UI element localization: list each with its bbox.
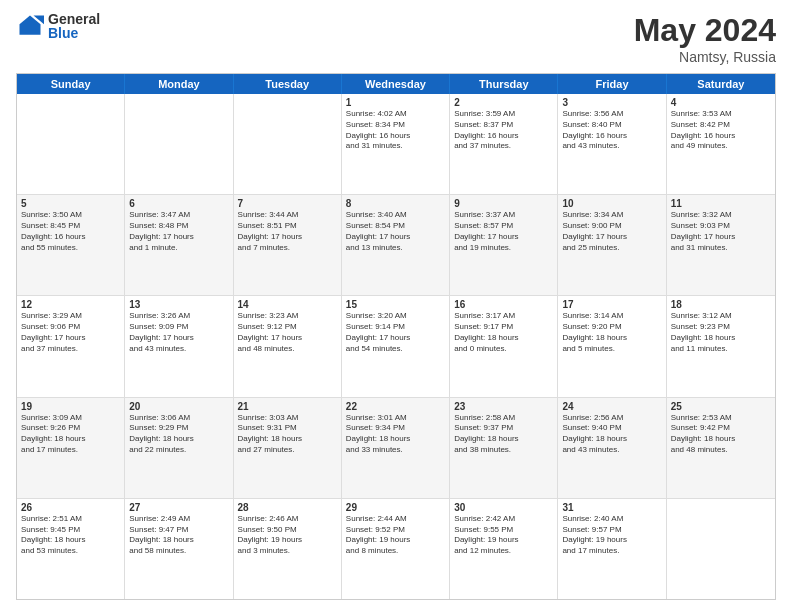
day-info: Sunrise: 3:40 AM Sunset: 8:54 PM Dayligh…: [346, 210, 445, 253]
day-number: 13: [129, 299, 228, 310]
day-info: Sunrise: 3:47 AM Sunset: 8:48 PM Dayligh…: [129, 210, 228, 253]
weekday-header: Monday: [125, 74, 233, 94]
day-number: 21: [238, 401, 337, 412]
day-info: Sunrise: 3:37 AM Sunset: 8:57 PM Dayligh…: [454, 210, 553, 253]
day-number: 18: [671, 299, 771, 310]
calendar-day: 19Sunrise: 3:09 AM Sunset: 9:26 PM Dayli…: [17, 398, 125, 498]
day-info: Sunrise: 3:44 AM Sunset: 8:51 PM Dayligh…: [238, 210, 337, 253]
day-info: Sunrise: 3:29 AM Sunset: 9:06 PM Dayligh…: [21, 311, 120, 354]
weekday-header: Saturday: [667, 74, 775, 94]
day-number: 6: [129, 198, 228, 209]
day-number: 7: [238, 198, 337, 209]
calendar-day: 30Sunrise: 2:42 AM Sunset: 9:55 PM Dayli…: [450, 499, 558, 599]
day-info: Sunrise: 2:51 AM Sunset: 9:45 PM Dayligh…: [21, 514, 120, 557]
calendar-week-row: 26Sunrise: 2:51 AM Sunset: 9:45 PM Dayli…: [17, 499, 775, 599]
day-info: Sunrise: 3:12 AM Sunset: 9:23 PM Dayligh…: [671, 311, 771, 354]
empty-day: [667, 499, 775, 599]
calendar-day: 29Sunrise: 2:44 AM Sunset: 9:52 PM Dayli…: [342, 499, 450, 599]
calendar-day: 15Sunrise: 3:20 AM Sunset: 9:14 PM Dayli…: [342, 296, 450, 396]
title-block: May 2024 Namtsy, Russia: [634, 12, 776, 65]
calendar-day: 28Sunrise: 2:46 AM Sunset: 9:50 PM Dayli…: [234, 499, 342, 599]
calendar-body: 1Sunrise: 4:02 AM Sunset: 8:34 PM Daylig…: [17, 94, 775, 599]
calendar-day: 1Sunrise: 4:02 AM Sunset: 8:34 PM Daylig…: [342, 94, 450, 194]
calendar-week-row: 5Sunrise: 3:50 AM Sunset: 8:45 PM Daylig…: [17, 195, 775, 296]
day-number: 5: [21, 198, 120, 209]
calendar-day: 2Sunrise: 3:59 AM Sunset: 8:37 PM Daylig…: [450, 94, 558, 194]
day-number: 16: [454, 299, 553, 310]
calendar-day: 31Sunrise: 2:40 AM Sunset: 9:57 PM Dayli…: [558, 499, 666, 599]
day-info: Sunrise: 3:32 AM Sunset: 9:03 PM Dayligh…: [671, 210, 771, 253]
day-number: 23: [454, 401, 553, 412]
calendar-day: 21Sunrise: 3:03 AM Sunset: 9:31 PM Dayli…: [234, 398, 342, 498]
day-info: Sunrise: 2:46 AM Sunset: 9:50 PM Dayligh…: [238, 514, 337, 557]
day-info: Sunrise: 3:26 AM Sunset: 9:09 PM Dayligh…: [129, 311, 228, 354]
day-number: 26: [21, 502, 120, 513]
weekday-header: Wednesday: [342, 74, 450, 94]
calendar-day: 17Sunrise: 3:14 AM Sunset: 9:20 PM Dayli…: [558, 296, 666, 396]
empty-day: [17, 94, 125, 194]
day-number: 17: [562, 299, 661, 310]
day-info: Sunrise: 4:02 AM Sunset: 8:34 PM Dayligh…: [346, 109, 445, 152]
day-info: Sunrise: 2:58 AM Sunset: 9:37 PM Dayligh…: [454, 413, 553, 456]
day-info: Sunrise: 3:17 AM Sunset: 9:17 PM Dayligh…: [454, 311, 553, 354]
day-number: 24: [562, 401, 661, 412]
calendar-day: 25Sunrise: 2:53 AM Sunset: 9:42 PM Dayli…: [667, 398, 775, 498]
logo-icon: [16, 12, 44, 40]
empty-day: [125, 94, 233, 194]
day-number: 8: [346, 198, 445, 209]
calendar-day: 7Sunrise: 3:44 AM Sunset: 8:51 PM Daylig…: [234, 195, 342, 295]
calendar-day: 6Sunrise: 3:47 AM Sunset: 8:48 PM Daylig…: [125, 195, 233, 295]
day-number: 11: [671, 198, 771, 209]
day-info: Sunrise: 3:50 AM Sunset: 8:45 PM Dayligh…: [21, 210, 120, 253]
calendar-day: 23Sunrise: 2:58 AM Sunset: 9:37 PM Dayli…: [450, 398, 558, 498]
day-number: 12: [21, 299, 120, 310]
calendar-day: 9Sunrise: 3:37 AM Sunset: 8:57 PM Daylig…: [450, 195, 558, 295]
calendar-day: 24Sunrise: 2:56 AM Sunset: 9:40 PM Dayli…: [558, 398, 666, 498]
day-info: Sunrise: 2:40 AM Sunset: 9:57 PM Dayligh…: [562, 514, 661, 557]
day-info: Sunrise: 3:23 AM Sunset: 9:12 PM Dayligh…: [238, 311, 337, 354]
weekday-header: Tuesday: [234, 74, 342, 94]
day-info: Sunrise: 2:56 AM Sunset: 9:40 PM Dayligh…: [562, 413, 661, 456]
day-number: 3: [562, 97, 661, 108]
subtitle: Namtsy, Russia: [634, 49, 776, 65]
day-info: Sunrise: 3:53 AM Sunset: 8:42 PM Dayligh…: [671, 109, 771, 152]
main-title: May 2024: [634, 12, 776, 49]
day-number: 9: [454, 198, 553, 209]
day-info: Sunrise: 3:14 AM Sunset: 9:20 PM Dayligh…: [562, 311, 661, 354]
day-number: 22: [346, 401, 445, 412]
day-info: Sunrise: 3:20 AM Sunset: 9:14 PM Dayligh…: [346, 311, 445, 354]
weekday-header: Sunday: [17, 74, 125, 94]
weekday-header: Thursday: [450, 74, 558, 94]
calendar-day: 10Sunrise: 3:34 AM Sunset: 9:00 PM Dayli…: [558, 195, 666, 295]
day-info: Sunrise: 3:09 AM Sunset: 9:26 PM Dayligh…: [21, 413, 120, 456]
day-number: 2: [454, 97, 553, 108]
day-number: 19: [21, 401, 120, 412]
logo-text: General Blue: [48, 12, 100, 40]
calendar-day: 26Sunrise: 2:51 AM Sunset: 9:45 PM Dayli…: [17, 499, 125, 599]
day-info: Sunrise: 2:53 AM Sunset: 9:42 PM Dayligh…: [671, 413, 771, 456]
logo: General Blue: [16, 12, 100, 40]
day-info: Sunrise: 3:06 AM Sunset: 9:29 PM Dayligh…: [129, 413, 228, 456]
logo-general: General: [48, 12, 100, 26]
day-number: 20: [129, 401, 228, 412]
calendar-day: 16Sunrise: 3:17 AM Sunset: 9:17 PM Dayli…: [450, 296, 558, 396]
day-info: Sunrise: 2:44 AM Sunset: 9:52 PM Dayligh…: [346, 514, 445, 557]
day-info: Sunrise: 2:42 AM Sunset: 9:55 PM Dayligh…: [454, 514, 553, 557]
calendar-day: 12Sunrise: 3:29 AM Sunset: 9:06 PM Dayli…: [17, 296, 125, 396]
calendar: SundayMondayTuesdayWednesdayThursdayFrid…: [16, 73, 776, 600]
day-number: 27: [129, 502, 228, 513]
day-number: 25: [671, 401, 771, 412]
logo-blue: Blue: [48, 26, 100, 40]
calendar-day: 18Sunrise: 3:12 AM Sunset: 9:23 PM Dayli…: [667, 296, 775, 396]
day-number: 29: [346, 502, 445, 513]
day-number: 14: [238, 299, 337, 310]
day-info: Sunrise: 2:49 AM Sunset: 9:47 PM Dayligh…: [129, 514, 228, 557]
calendar-day: 3Sunrise: 3:56 AM Sunset: 8:40 PM Daylig…: [558, 94, 666, 194]
calendar-day: 20Sunrise: 3:06 AM Sunset: 9:29 PM Dayli…: [125, 398, 233, 498]
calendar-week-row: 1Sunrise: 4:02 AM Sunset: 8:34 PM Daylig…: [17, 94, 775, 195]
day-number: 28: [238, 502, 337, 513]
day-number: 10: [562, 198, 661, 209]
day-info: Sunrise: 3:03 AM Sunset: 9:31 PM Dayligh…: [238, 413, 337, 456]
day-number: 30: [454, 502, 553, 513]
day-info: Sunrise: 3:34 AM Sunset: 9:00 PM Dayligh…: [562, 210, 661, 253]
